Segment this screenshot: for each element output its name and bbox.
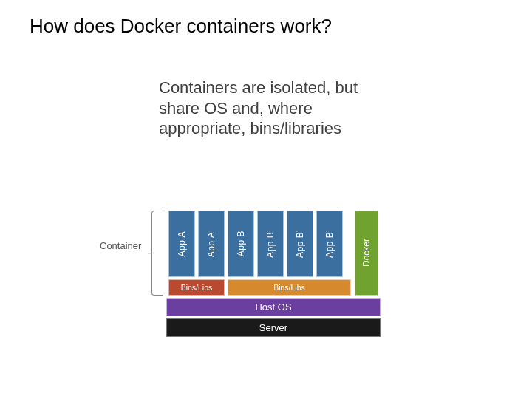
app-box: App B' xyxy=(316,211,343,277)
server-layer: Server xyxy=(166,318,381,337)
apps-row: App A App A' App B App B' App B' App B' … xyxy=(166,211,381,277)
app-label: App B' xyxy=(324,230,335,258)
bins-libs-box: Bins/Libs xyxy=(228,279,351,296)
host-os-layer: Host OS xyxy=(166,298,381,316)
docker-label: Docker xyxy=(361,239,372,267)
container-bracket xyxy=(151,211,163,296)
bins-libs-box: Bins/Libs xyxy=(168,279,225,296)
app-box: App A xyxy=(168,211,195,277)
bins-row: Bins/Libs Bins/Libs xyxy=(166,279,351,296)
slide-title: How does Docker containers work? xyxy=(30,15,332,38)
app-box: App A' xyxy=(198,211,225,277)
docker-column: Docker xyxy=(355,211,378,296)
app-label: App A xyxy=(177,231,187,257)
description-text: Containers are isolated, but share OS an… xyxy=(159,78,388,139)
app-box: App B' xyxy=(287,211,313,277)
app-label: App B' xyxy=(295,230,305,258)
app-label: App B xyxy=(236,231,246,256)
container-label: Container xyxy=(100,240,141,251)
app-box: App B xyxy=(228,211,254,277)
app-label: App A' xyxy=(206,230,216,257)
layer-stack: App A App A' App B App B' App B' App B' … xyxy=(166,211,381,337)
app-label: App B' xyxy=(265,230,276,258)
architecture-diagram: Container App A App A' App B App B' App … xyxy=(100,211,417,347)
app-box: App B' xyxy=(257,211,284,277)
